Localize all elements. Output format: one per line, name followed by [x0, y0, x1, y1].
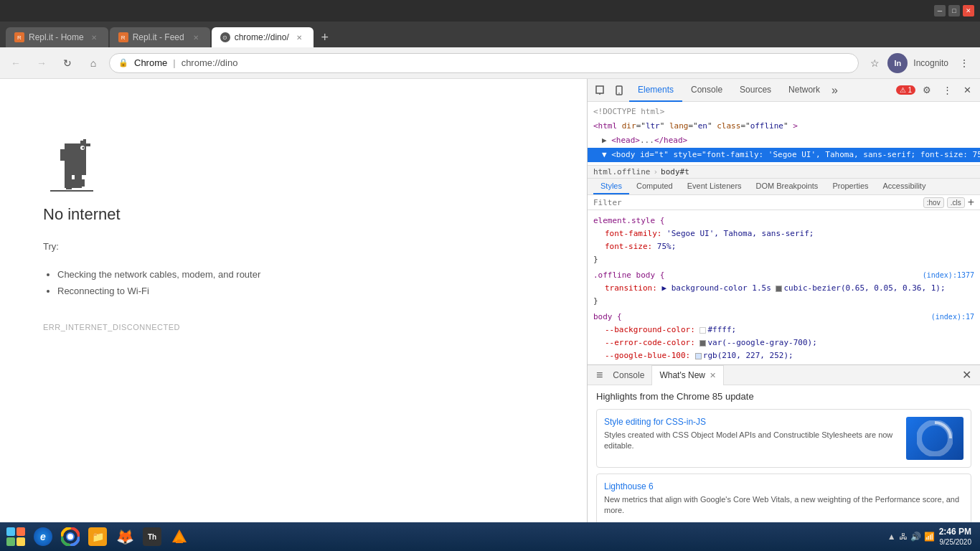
whats-new-card-desc-0: Styles created with CSS Object Model API…	[604, 430, 899, 452]
css-rule-offline-body: .offline body { (index):1377 transition:…	[588, 268, 980, 309]
tab-title-replit-feed: Repl.it - Feed	[133, 32, 186, 42]
svg-point-27	[67, 534, 73, 540]
styles-filter-input[interactable]	[593, 198, 918, 207]
profile-button[interactable]: In	[887, 53, 908, 73]
tab-replit-home[interactable]: R Repl.it - Home ✕	[6, 27, 108, 47]
tab-whats-new-close[interactable]: ✕	[710, 371, 716, 380]
sub-tab-dom-breakpoints[interactable]: DOM Breakpoints	[749, 179, 826, 194]
tab-close-replit-feed[interactable]: ✕	[190, 32, 202, 43]
bottom-panel-close-button[interactable]: ✕	[959, 368, 974, 382]
whats-new-card-desc-1: New metrics that align with Google's Cor…	[604, 494, 963, 517]
add-style-rule-button[interactable]: +	[968, 197, 974, 208]
minimize-button[interactable]: ─	[934, 5, 946, 17]
css-source-body[interactable]: (index):17	[931, 311, 974, 324]
error-badge: ⚠1	[896, 85, 915, 95]
system-tray: ▲ 🖧 🔊 📶 2:46 PM 9/25/2020	[882, 526, 977, 548]
sub-tab-accessibility[interactable]: Accessibility	[876, 179, 933, 194]
svg-rect-15	[76, 185, 82, 188]
sub-tab-styles[interactable]: Styles	[593, 179, 629, 194]
maximize-button[interactable]: □	[948, 5, 960, 17]
styles-sub-tabs: Styles Computed Event Listeners DOM Brea…	[588, 179, 980, 195]
whats-new-section: Highlights from the Chrome 85 update Sty…	[596, 391, 971, 522]
bottom-content: Highlights from the Chrome 85 update Sty…	[588, 385, 980, 522]
taskbar-folder-button[interactable]: 📁	[85, 524, 110, 550]
devtools-actions: ⚠1 ⚙ ⋮ ✕	[896, 82, 976, 99]
devtools-panel: Elements Console Sources Network » ⚠1 ⚙ …	[587, 79, 980, 522]
whats-new-card-title-0[interactable]: Style editing for CSS-in-JS	[604, 417, 899, 427]
reload-button[interactable]: ↻	[57, 53, 77, 73]
tab-sources[interactable]: Sources	[731, 79, 780, 102]
hov-filter-button[interactable]: :hov	[923, 197, 944, 208]
dom-line-body[interactable]: ▼ <body id="t" style="font-family: 'Sego…	[588, 148, 980, 162]
main-area: No internet Try: Checking the network ca…	[0, 79, 980, 522]
tray-icons: ▲ 🖧 🔊 📶	[887, 532, 935, 542]
whats-new-headline: Highlights from the Chrome 85 update	[596, 391, 971, 402]
close-window-button[interactable]: ✕	[963, 5, 974, 17]
svg-rect-4	[65, 161, 86, 175]
network-icon: 🖧	[899, 532, 908, 542]
url-brand: Chrome	[134, 57, 167, 68]
sub-tab-event-listeners[interactable]: Event Listeners	[680, 179, 749, 194]
forward-button[interactable]: →	[32, 53, 52, 73]
devtools-more-button[interactable]: ⋮	[938, 82, 956, 99]
whats-new-card-text-0: Style editing for CSS-in-JS Styles creat…	[604, 417, 899, 452]
clock-time: 2:46 PM	[939, 526, 971, 538]
dom-line-doctype[interactable]: <!DOCTYPE html>	[588, 105, 980, 119]
svg-rect-30	[177, 540, 182, 542]
new-tab-button[interactable]: +	[315, 27, 335, 47]
taskbar-chrome-button[interactable]	[57, 524, 83, 550]
tab-bar: R Repl.it - Home ✕ R Repl.it - Feed ✕ ⊙ …	[0, 22, 980, 47]
incognito-label: Incognito	[910, 58, 951, 68]
devtools-toolbar: Elements Console Sources Network » ⚠1 ⚙ …	[588, 79, 980, 102]
taskbar-firefox-button[interactable]: 🦊	[112, 524, 138, 550]
dom-line-html[interactable]: <html dir="ltr" lang="en" class="offline…	[588, 119, 980, 133]
css-rule-body: body { (index):17 --background-color: #f…	[588, 309, 980, 364]
tab-console-bottom[interactable]: Console	[606, 365, 651, 385]
devtools-settings-button[interactable]: ⚙	[918, 82, 936, 99]
css-code-area: element.style { font-family: 'Segoe UI',…	[588, 210, 980, 364]
taskbar: e 📁 🦊 Th	[0, 522, 980, 551]
whats-new-card-0: Style editing for CSS-in-JS Styles creat…	[596, 409, 971, 468]
url-bar[interactable]: 🔒 Chrome | chrome://dino	[109, 53, 859, 73]
svg-rect-31	[176, 542, 183, 543]
taskbar-vlc-button[interactable]	[166, 524, 192, 550]
breadcrumb-html[interactable]: html.offline	[593, 167, 650, 176]
firefox-icon: 🦊	[116, 527, 134, 546]
styles-container: Styles Computed Event Listeners DOM Brea…	[588, 179, 980, 364]
tab-network[interactable]: Network	[780, 79, 829, 102]
tab-whats-new[interactable]: What's New ✕	[651, 365, 724, 385]
sub-tab-properties[interactable]: Properties	[825, 179, 875, 194]
home-button[interactable]: ⌂	[83, 53, 103, 73]
menu-button[interactable]: ⋮	[954, 53, 974, 73]
show-hidden-icon[interactable]: ▲	[887, 532, 896, 542]
address-bar-actions: ☆ In Incognito ⋮	[864, 53, 974, 73]
taskbar-ie-button[interactable]: e	[30, 524, 56, 550]
cls-filter-button[interactable]: .cls	[947, 197, 965, 208]
star-button[interactable]: ☆	[864, 53, 885, 73]
tab-close-chrome-dino[interactable]: ✕	[293, 32, 305, 43]
clock-date: 9/25/2020	[939, 537, 971, 547]
suggestion-1: Checking the network cables, modem, and …	[57, 266, 260, 283]
tab-console[interactable]: Console	[682, 79, 731, 102]
bottom-panel-menu[interactable]: ≡	[593, 369, 606, 382]
back-button[interactable]: ←	[6, 53, 26, 73]
tab-replit-feed[interactable]: R Repl.it - Feed ✕	[110, 27, 210, 47]
devtools-close-button[interactable]: ✕	[958, 82, 976, 99]
tab-close-replit-home[interactable]: ✕	[88, 32, 100, 43]
dino-icon	[43, 136, 100, 194]
dom-line-head[interactable]: ▶ <head>...</head>	[588, 133, 980, 148]
taskbar-typora-button[interactable]: Th	[139, 524, 165, 550]
css-source-offline-body[interactable]: (index):1377	[923, 269, 974, 282]
inspect-element-button[interactable]	[592, 82, 609, 99]
start-button[interactable]	[3, 524, 29, 550]
more-tabs-button[interactable]: »	[829, 84, 841, 97]
ie-icon: e	[34, 527, 52, 546]
device-toolbar-button[interactable]	[611, 82, 628, 99]
tab-chrome-dino[interactable]: ⊙ chrome://dino/ ✕	[212, 27, 314, 47]
sub-tab-computed[interactable]: Computed	[629, 179, 680, 194]
svg-point-13	[83, 147, 85, 149]
breadcrumb-body[interactable]: body#t	[661, 167, 689, 176]
whats-new-card-title-1[interactable]: Lighthouse 6	[604, 481, 963, 491]
devtools-tabs: Elements Console Sources Network »	[629, 79, 895, 102]
tab-elements[interactable]: Elements	[629, 79, 682, 102]
